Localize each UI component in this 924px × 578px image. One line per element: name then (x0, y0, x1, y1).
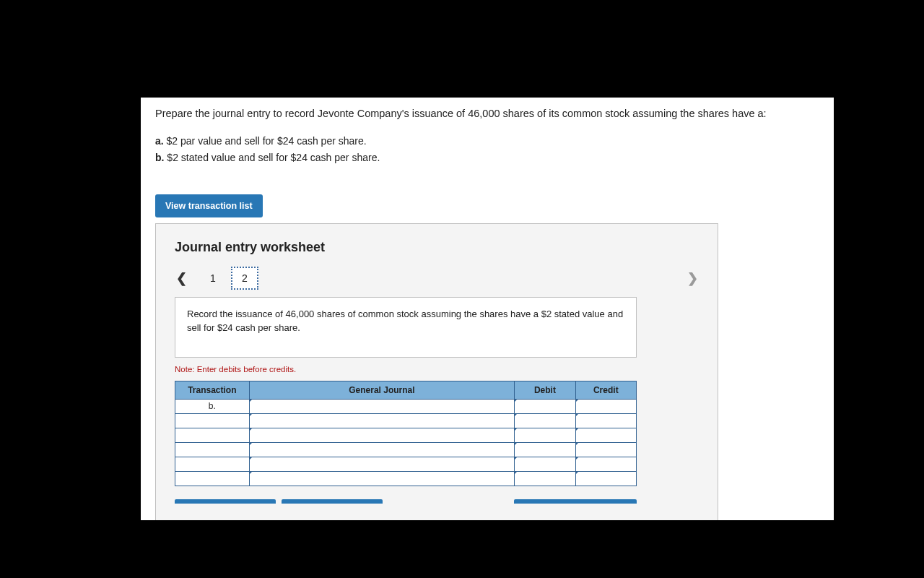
cell-general-journal[interactable] (249, 471, 515, 486)
cell-debit[interactable] (515, 457, 575, 471)
cell-general-journal[interactable] (249, 428, 515, 442)
subitem-b: b. $2 stated value and sell for $24 cash… (155, 150, 819, 165)
cell-transaction[interactable] (175, 428, 250, 442)
subitem-text: $2 par value and sell for $24 cash per s… (167, 135, 367, 147)
cell-debit[interactable] (515, 471, 575, 486)
cell-debit[interactable] (515, 428, 575, 442)
worksheet-footer (175, 499, 637, 504)
view-transaction-list-button[interactable]: View transaction list (155, 194, 263, 217)
table-row (175, 471, 637, 486)
cell-credit[interactable] (575, 413, 636, 428)
question-page: Prepare the journal entry to record Jevo… (141, 98, 834, 520)
cell-credit[interactable] (575, 442, 636, 457)
page-1-button[interactable]: 1 (201, 268, 225, 288)
table-row (175, 457, 637, 471)
chevron-right-icon[interactable]: ❯ (686, 270, 699, 286)
cell-transaction[interactable] (175, 413, 250, 428)
subitem-a: a. $2 par value and sell for $24 cash pe… (155, 134, 819, 149)
cell-general-journal[interactable] (249, 457, 515, 471)
table-row (175, 413, 637, 428)
table-row (175, 428, 637, 442)
cell-general-journal[interactable] (249, 442, 515, 457)
cell-credit[interactable] (575, 399, 636, 413)
table-row (175, 442, 637, 457)
subitem-marker: b. (155, 152, 164, 163)
question-subitems: a. $2 par value and sell for $24 cash pe… (155, 134, 819, 165)
worksheet-pager: ❮ 1 2 ❯ (175, 267, 699, 290)
journal-entry-table: Transaction General Journal Debit Credit… (175, 381, 637, 486)
cell-transaction[interactable] (175, 471, 250, 486)
question-prompt: Prepare the journal entry to record Jevo… (155, 106, 819, 121)
footer-button-stub[interactable] (514, 499, 637, 504)
table-row: b. (175, 399, 637, 413)
cell-transaction[interactable] (175, 457, 250, 471)
cell-transaction[interactable] (175, 442, 250, 457)
debits-before-credits-note: Note: Enter debits before credits. (175, 365, 699, 374)
col-header-general-journal: General Journal (249, 381, 515, 399)
cell-general-journal[interactable] (249, 399, 515, 413)
subitem-marker: a. (155, 135, 164, 147)
cell-general-journal[interactable] (249, 413, 515, 428)
cell-credit[interactable] (575, 471, 636, 486)
col-header-credit: Credit (575, 381, 636, 399)
journal-entry-tbody: b. (175, 399, 637, 486)
col-header-transaction: Transaction (175, 381, 250, 399)
col-header-debit: Debit (515, 381, 575, 399)
cell-debit[interactable] (515, 442, 575, 457)
cell-credit[interactable] (575, 428, 636, 442)
footer-button-stub[interactable] (282, 499, 383, 504)
chevron-left-icon[interactable]: ❮ (175, 270, 188, 286)
worksheet-instruction: Record the issuance of 46,000 shares of … (175, 297, 637, 358)
page-2-button[interactable]: 2 (231, 267, 258, 290)
cell-debit[interactable] (515, 399, 575, 413)
cell-transaction[interactable]: b. (175, 399, 250, 413)
worksheet-title: Journal entry worksheet (175, 240, 699, 255)
cell-debit[interactable] (515, 413, 575, 428)
subitem-text: $2 stated value and sell for $24 cash pe… (167, 152, 380, 163)
footer-button-stub[interactable] (175, 499, 276, 504)
journal-worksheet-panel: Journal entry worksheet ❮ 1 2 ❯ Record t… (155, 223, 718, 520)
cell-credit[interactable] (575, 457, 636, 471)
